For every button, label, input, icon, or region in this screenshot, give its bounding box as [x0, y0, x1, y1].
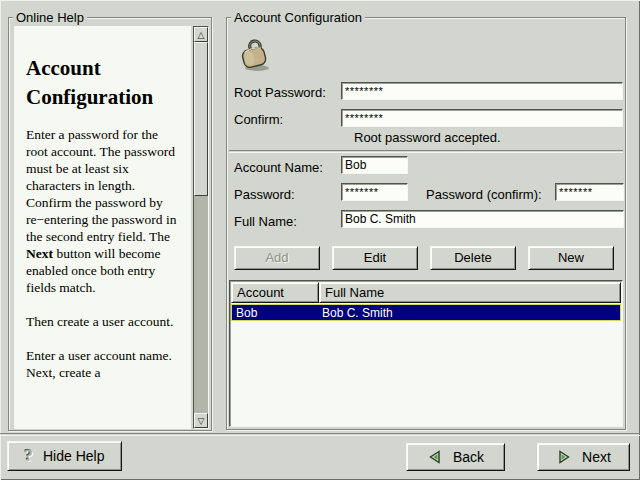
account-configuration-frame: Account Configuration Root Password: Con… — [226, 17, 626, 430]
hide-help-button-label: Hide Help — [43, 448, 104, 464]
root-password-input[interactable] — [341, 82, 623, 100]
help-paragraph-3: Enter a user account name. Next, create … — [26, 347, 183, 381]
column-header-full-name[interactable]: Full Name — [319, 282, 621, 303]
help-paragraph-2: Then create a user account. — [26, 313, 183, 330]
account-name-input[interactable] — [341, 156, 408, 174]
column-header-account-name[interactable]: Account Name — [231, 282, 319, 303]
padlock-icon — [239, 37, 273, 73]
online-help-frame-label: Online Help — [13, 10, 87, 25]
help-next-bold: Next — [26, 246, 53, 261]
help-paragraph-1-text: Enter a password for the root account. T… — [26, 127, 176, 244]
user-table-header-row: Account Name Full Name — [231, 282, 621, 303]
user-password-confirm-input[interactable] — [555, 183, 624, 201]
next-button[interactable]: Next — [537, 443, 630, 471]
help-text-viewport: Account Configuration Enter a password f… — [14, 26, 191, 429]
user-password-confirm-label: Password (confirm): — [426, 186, 542, 204]
account-name-label: Account Name: — [234, 159, 323, 177]
root-password-label: Root Password: — [234, 84, 326, 102]
scrollbar-thumb[interactable] — [194, 42, 208, 196]
help-scrollbar[interactable]: △ ▽ — [193, 26, 209, 429]
next-button-label: Next — [582, 449, 611, 465]
password-status-message: Root password accepted. — [354, 130, 501, 146]
back-button[interactable]: Back — [406, 443, 505, 471]
add-button[interactable]: Add — [234, 246, 320, 270]
user-password-input[interactable] — [341, 183, 408, 201]
user-table-body: Bob Bob C. Smith — [231, 303, 621, 425]
delete-button[interactable]: Delete — [430, 246, 516, 270]
user-password-label: Password: — [234, 186, 295, 204]
section-separator — [229, 150, 623, 152]
cell-account-name: Bob — [232, 305, 319, 320]
hide-help-button[interactable]: ? Hide Help — [7, 441, 122, 471]
footer-separator — [0, 433, 640, 435]
edit-button[interactable]: Edit — [332, 246, 418, 270]
scroll-up-icon[interactable]: △ — [194, 27, 208, 42]
help-heading: Account Configuration — [26, 54, 183, 112]
confirm-password-input[interactable] — [341, 109, 623, 127]
account-configuration-frame-label: Account Configuration — [231, 10, 365, 25]
user-table: Account Name Full Name Bob Bob C. Smith — [229, 280, 623, 427]
back-button-label: Back — [453, 449, 484, 465]
help-paragraph-1: Enter a password for the root account. T… — [26, 126, 183, 296]
full-name-input[interactable] — [341, 210, 624, 228]
next-arrow-icon — [556, 449, 572, 465]
question-mark-icon: ? — [25, 446, 34, 466]
installer-window: { "colors": { "background": "#d2d6ce", "… — [0, 0, 640, 480]
scroll-down-icon[interactable]: ▽ — [194, 413, 208, 428]
back-arrow-icon — [427, 449, 443, 465]
online-help-frame: Online Help Account Configuration Enter … — [8, 17, 212, 431]
cell-full-name: Bob C. Smith — [319, 305, 620, 320]
table-row[interactable]: Bob Bob C. Smith — [231, 304, 621, 321]
confirm-password-label: Confirm: — [234, 111, 283, 129]
full-name-label: Full Name: — [234, 213, 297, 231]
new-button[interactable]: New — [528, 246, 614, 270]
